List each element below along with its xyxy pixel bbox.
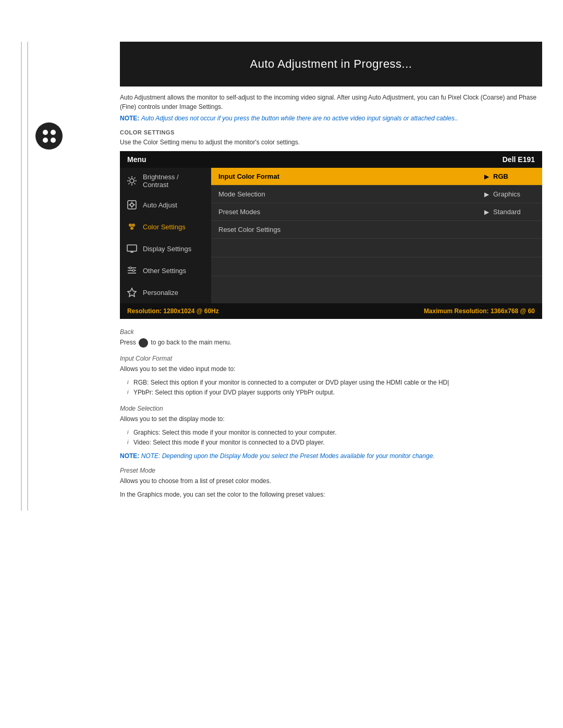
desc-back-text: Press to go back to the main menu. — [120, 338, 542, 348]
svg-point-17 — [130, 227, 133, 230]
dots-icon — [43, 130, 56, 143]
nav-label-display-settings: Display Settings — [143, 245, 191, 253]
nav-label-other-settings: Other Settings — [143, 267, 186, 275]
osd-header: Menu Dell E191 — [120, 151, 542, 168]
nav-item-display-settings[interactable]: Display Settings — [120, 238, 211, 260]
osd-row-empty-2 — [211, 257, 542, 276]
desc-preset-label: Preset Mode — [120, 467, 542, 474]
osd-row-mode-selection[interactable]: Mode Selection ▶ Graphics — [211, 186, 542, 203]
svg-point-10 — [130, 203, 133, 206]
arrow-icon-2: ▶ — [484, 191, 489, 198]
svg-line-6 — [134, 183, 136, 184]
osd-right-panel: Input Color Format ▶ RGB Mode Selection … — [211, 168, 542, 303]
osd-footer: Resolution: 1280x1024 @ 60Hz Maximum Res… — [120, 303, 542, 319]
mode-selection-note: NOTE: NOTE: Depending upon the Display M… — [120, 452, 542, 460]
svg-rect-18 — [127, 245, 137, 251]
desc-preset-text2: In the Graphics mode, you can set the co… — [120, 490, 542, 499]
osd-value-graphics: Graphics — [493, 190, 535, 198]
desc-back-section: Back Press to go back to the main menu. — [120, 328, 542, 348]
osd-row-label-input-color: Input Color Format — [218, 172, 480, 180]
svg-line-8 — [129, 183, 130, 184]
note-mode-text: NOTE: Depending upon the Display Mode yo… — [141, 452, 435, 460]
osd-row-reset[interactable]: Reset Color Settings — [211, 221, 542, 239]
svg-point-16 — [132, 224, 135, 227]
auto-adjust-icon — [126, 199, 138, 211]
note-label: NOTE: — [120, 115, 141, 122]
osd-nav: Brightness / Contrast — [120, 168, 211, 303]
note-body: Auto Adjust does not occur if you press … — [141, 115, 458, 122]
osd-header-left: Menu — [127, 155, 146, 164]
description-section: Back Press to go back to the main menu. … — [120, 328, 542, 499]
dot-4 — [51, 138, 56, 143]
nav-item-auto-adjust[interactable]: Auto Adjust — [120, 194, 211, 216]
bullet-ypbpr: YPbPr: Select this option if your DVD pl… — [127, 388, 542, 398]
svg-point-24 — [129, 267, 131, 269]
vertical-line-2 — [27, 42, 28, 511]
osd-row-empty-3 — [211, 276, 542, 295]
osd-footer-max-resolution: Maximum Resolution: 1366x768 @ 60 — [424, 307, 535, 315]
osd-value-rgb: RGB — [493, 172, 535, 180]
desc-preset-section: Preset Mode Allows you to choose from a … — [120, 467, 542, 499]
osd-row-preset-modes[interactable]: Preset Modes ▶ Standard — [211, 203, 542, 221]
dot-2 — [51, 130, 56, 135]
desc-input-color-section: Input Color Format Allows you to set the… — [120, 355, 542, 398]
desc-input-color-label: Input Color Format — [120, 355, 542, 362]
osd-row-empty-1 — [211, 239, 542, 257]
other-settings-icon — [126, 265, 138, 276]
auto-adjust-banner: Auto Adjustment in Progress... — [120, 42, 542, 87]
osd-row-label-reset: Reset Color Settings — [218, 226, 535, 233]
svg-point-25 — [132, 269, 134, 272]
color-settings-icon — [35, 122, 63, 150]
desc-mode-selection-section: Mode Selection Allows you to set the dis… — [120, 405, 542, 459]
color-settings-label: COLOR SETTINGS — [120, 129, 542, 135]
color-settings-description: Use the Color Setting menu to adjust the… — [120, 139, 542, 146]
svg-point-15 — [129, 224, 132, 227]
arrow-icon-1: ▶ — [484, 173, 489, 180]
osd-row-input-color[interactable]: Input Color Format ▶ RGB — [211, 168, 542, 186]
osd-row-label-preset: Preset Modes — [218, 208, 480, 216]
osd-value-standard: Standard — [493, 208, 535, 216]
nav-item-personalize[interactable]: Personalize — [120, 281, 211, 303]
nav-label-brightness: Brightness / Contrast — [143, 173, 205, 189]
vertical-line-1 — [21, 42, 22, 511]
auto-adjust-title: Auto Adjustment in Progress... — [250, 57, 412, 70]
osd-header-right: Dell E191 — [503, 155, 535, 164]
svg-point-0 — [130, 179, 134, 183]
display-icon — [126, 243, 138, 254]
desc-mode-label: Mode Selection — [120, 405, 542, 412]
nav-item-color-settings[interactable]: Color Settings — [120, 216, 211, 238]
svg-line-5 — [129, 178, 130, 179]
mode-bullets: Graphics: Select this mode if your monit… — [120, 428, 542, 448]
dot-1 — [43, 130, 48, 135]
main-content: Auto Adjustment in Progress... Auto Adju… — [115, 42, 542, 511]
bullet-video: Video: Select this mode if your monitor … — [127, 438, 542, 448]
dot-3 — [43, 138, 48, 143]
osd-row-label-mode: Mode Selection — [218, 190, 480, 198]
nav-item-brightness[interactable]: Brightness / Contrast — [120, 168, 211, 194]
color-icon — [126, 221, 138, 232]
nav-label-color-settings: Color Settings — [143, 223, 186, 231]
sun-icon — [126, 175, 138, 187]
bullet-rgb: RGB: Select this option if your monitor … — [127, 378, 542, 388]
back-button-icon — [139, 338, 148, 348]
osd-body: Brightness / Contrast — [120, 168, 542, 303]
bullet-graphics: Graphics: Select this mode if your monit… — [127, 428, 542, 438]
svg-marker-26 — [128, 288, 136, 297]
nav-label-personalize: Personalize — [143, 289, 178, 297]
auto-adjust-description: Auto Adjustment allows the monitor to se… — [120, 93, 542, 112]
note-bold: NOTE: — [120, 452, 141, 460]
icon-column — [33, 42, 65, 511]
osd-menu: Menu Dell E191 — [120, 151, 542, 319]
auto-adjust-note: NOTE: Auto Adjust does not occur if you … — [120, 115, 542, 122]
input-color-bullets: RGB: Select this option if your monitor … — [120, 378, 542, 398]
nav-label-auto-adjust: Auto Adjust — [143, 201, 177, 209]
desc-preset-text1: Allows you to choose from a list of pres… — [120, 476, 542, 486]
osd-footer-resolution: Resolution: 1280x1024 @ 60Hz — [127, 307, 219, 315]
desc-input-color-text: Allows you to set the video input mode t… — [120, 364, 542, 374]
desc-back-label: Back — [120, 328, 542, 336]
arrow-icon-3: ▶ — [484, 208, 489, 216]
nav-item-other-settings[interactable]: Other Settings — [120, 260, 211, 281]
star-icon — [126, 287, 138, 298]
desc-mode-text: Allows you to set the display mode to: — [120, 414, 542, 424]
svg-line-7 — [134, 178, 136, 179]
